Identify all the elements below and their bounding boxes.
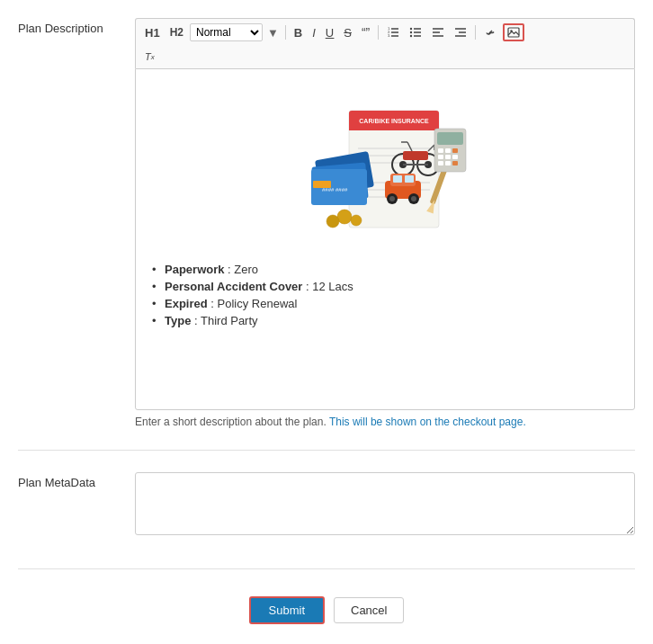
bullet-item-paperwork: Paperwork : Zero: [165, 263, 620, 276]
svg-rect-68: [452, 161, 458, 165]
svg-rect-34: [313, 181, 331, 188]
svg-text:CAR/BIKE INSURANCE: CAR/BIKE INSURANCE: [359, 118, 429, 124]
svg-point-53: [389, 196, 395, 201]
strikethrough-button[interactable]: S: [340, 24, 355, 42]
bullet-item-expired: Expired : Policy Renewal: [165, 297, 620, 310]
svg-rect-60: [438, 148, 443, 153]
svg-rect-64: [445, 155, 451, 159]
cancel-button[interactable]: Cancel: [334, 597, 404, 623]
helper-text-plain: Enter a short description about the plan…: [135, 416, 329, 428]
buttons-row: Submit Cancel: [18, 587, 635, 624]
heading1-button[interactable]: H1: [141, 24, 164, 42]
align-left-button[interactable]: [428, 24, 448, 40]
bullet-item-type: Type : Third Party: [165, 314, 620, 327]
unordered-list-button[interactable]: [406, 24, 425, 40]
svg-rect-18: [508, 28, 519, 37]
form-divider: [18, 568, 635, 569]
metadata-textarea[interactable]: [135, 472, 635, 535]
separator2: [378, 25, 379, 40]
svg-point-36: [326, 215, 339, 228]
svg-rect-63: [438, 155, 443, 159]
quote-button[interactable]: “”: [358, 23, 373, 42]
svg-rect-66: [438, 161, 443, 165]
plan-metadata-label: Plan MetaData: [18, 472, 135, 489]
svg-point-10: [410, 31, 412, 33]
svg-point-11: [410, 35, 412, 37]
svg-rect-65: [452, 155, 458, 159]
insurance-image-container: CAR/BIKE INSURANCE #### ####: [150, 84, 620, 248]
ordered-list-button[interactable]: 1.2.3.: [383, 24, 403, 40]
svg-rect-61: [445, 148, 451, 153]
clear-format-button[interactable]: Tx: [141, 49, 158, 65]
editor-wrapper: H1 H2 Normal Heading 1 Heading 2 Heading…: [135, 18, 635, 428]
svg-rect-51: [405, 175, 414, 183]
format-select[interactable]: Normal Heading 1 Heading 2 Heading 3: [190, 23, 263, 41]
submit-button[interactable]: Submit: [249, 596, 325, 624]
link-button[interactable]: [480, 24, 500, 40]
svg-rect-50: [393, 175, 402, 183]
italic-button[interactable]: I: [309, 24, 319, 42]
svg-rect-22: [349, 127, 439, 130]
plan-description-label: Plan Description: [18, 18, 135, 35]
svg-point-9: [410, 28, 412, 30]
svg-point-35: [337, 210, 352, 224]
description-bullet-list: Paperwork : Zero Personal Accident Cover…: [150, 263, 620, 327]
editor-toolbar-row1: H1 H2 Normal Heading 1 Heading 2 Heading…: [135, 18, 635, 47]
image-button[interactable]: [503, 23, 524, 41]
svg-rect-67: [445, 161, 451, 165]
heading2-button[interactable]: H2: [166, 24, 187, 40]
svg-point-55: [411, 196, 416, 201]
bullet-item-accident: Personal Accident Cover : 12 Lacs: [165, 280, 620, 293]
helper-text-highlight: This will be shown on the checkout page.: [329, 416, 526, 428]
metadata-wrapper: [135, 472, 635, 538]
svg-rect-62: [452, 148, 458, 153]
underline-button[interactable]: U: [322, 24, 337, 42]
editor-content-area[interactable]: CAR/BIKE INSURANCE #### ####: [135, 68, 635, 410]
plan-description-row: Plan Description H1 H2 Normal Heading 1 …: [18, 18, 635, 451]
separator3: [475, 25, 476, 40]
format-arrow: ▼: [267, 26, 279, 40]
svg-rect-42: [403, 151, 428, 160]
svg-rect-59: [437, 132, 463, 145]
svg-text:3.: 3.: [388, 33, 390, 38]
align-right-button[interactable]: [451, 24, 470, 40]
separator1: [285, 25, 286, 40]
svg-point-37: [351, 215, 362, 226]
plan-metadata-row: Plan MetaData: [18, 472, 635, 559]
description-helper-text: Enter a short description about the plan…: [135, 416, 635, 428]
bold-button[interactable]: B: [291, 24, 306, 42]
insurance-image-svg: CAR/BIKE INSURANCE #### ####: [295, 84, 475, 246]
editor-toolbar-row2: Tx: [135, 47, 635, 68]
